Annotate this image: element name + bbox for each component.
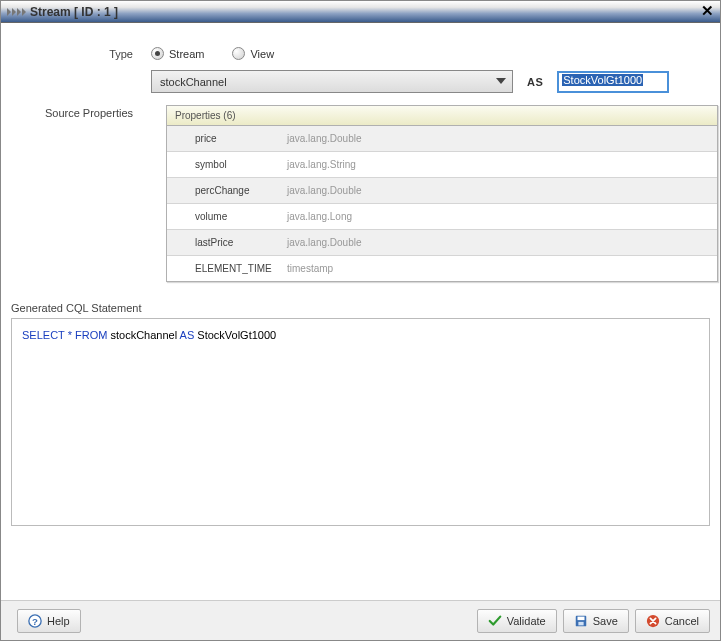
source-dropdown[interactable]: stockChannel — [151, 70, 513, 93]
radio-stream[interactable]: Stream — [151, 47, 204, 60]
source-dropdown-value: stockChannel — [160, 76, 227, 88]
radio-stream-input[interactable] — [151, 47, 164, 60]
titlebar: Stream [ ID : 1 ] ✕ — [1, 1, 720, 23]
properties-section: Source Properties Properties (6) priceja… — [11, 103, 710, 282]
property-name: lastPrice — [195, 237, 287, 248]
cql-alias: StockVolGt1000 — [197, 329, 276, 341]
property-type: java.lang.Long — [287, 211, 352, 222]
cql-as: AS — [180, 329, 195, 341]
radio-view-label: View — [250, 48, 274, 60]
svg-rect-4 — [578, 621, 583, 625]
cancel-button-label: Cancel — [665, 615, 699, 627]
property-type: timestamp — [287, 263, 333, 274]
save-button-label: Save — [593, 615, 618, 627]
as-input-value: StockVolGt1000 — [562, 74, 643, 86]
titlebar-title: Stream [ ID : 1 ] — [30, 5, 118, 19]
as-input[interactable]: StockVolGt1000 — [557, 71, 669, 93]
source-properties-label: Source Properties — [11, 103, 151, 119]
validate-button-label: Validate — [507, 615, 546, 627]
property-row[interactable]: pricejava.lang.Double — [167, 126, 717, 152]
radio-view[interactable]: View — [232, 47, 274, 60]
titlebar-icon — [7, 8, 26, 16]
generated-label: Generated CQL Statement — [11, 302, 710, 314]
property-row[interactable]: ELEMENT_TIMEtimestamp — [167, 256, 717, 281]
help-icon: ? — [28, 614, 42, 628]
property-row[interactable]: lastPricejava.lang.Double — [167, 230, 717, 256]
properties-header: Properties (6) — [167, 106, 717, 126]
footer: ? Help Validate Save Cancel — [1, 600, 720, 640]
property-name: symbol — [195, 159, 287, 170]
property-type: java.lang.Double — [287, 133, 362, 144]
chevron-down-icon — [496, 78, 506, 84]
as-label: AS — [527, 76, 543, 88]
property-row[interactable]: symboljava.lang.String — [167, 152, 717, 178]
radio-view-input[interactable] — [232, 47, 245, 60]
generated-cql-box[interactable]: SELECT * FROM stockChannel AS StockVolGt… — [11, 318, 710, 526]
cql-from: * FROM — [68, 329, 108, 341]
type-row: Type Stream View — [11, 47, 710, 60]
help-button-label: Help — [47, 615, 70, 627]
property-type: java.lang.String — [287, 159, 356, 170]
property-name: ELEMENT_TIME — [195, 263, 287, 274]
cql-select: SELECT — [22, 329, 65, 341]
property-type: java.lang.Double — [287, 185, 362, 196]
radio-group: Stream View — [151, 47, 274, 60]
property-row[interactable]: percChangejava.lang.Double — [167, 178, 717, 204]
property-type: java.lang.Double — [287, 237, 362, 248]
source-row: stockChannel AS StockVolGt1000 — [11, 70, 710, 93]
radio-stream-label: Stream — [169, 48, 204, 60]
properties-table: Properties (6) pricejava.lang.Doublesymb… — [166, 105, 718, 282]
check-icon — [488, 614, 502, 628]
close-icon[interactable]: ✕ — [701, 3, 714, 18]
cancel-icon — [646, 614, 660, 628]
dialog-body: Type Stream View stockChannel AS — [1, 23, 720, 600]
cql-source: stockChannel — [110, 329, 177, 341]
svg-text:?: ? — [32, 615, 38, 626]
svg-rect-3 — [577, 616, 584, 620]
property-name: volume — [195, 211, 287, 222]
save-icon — [574, 614, 588, 628]
help-button[interactable]: ? Help — [17, 609, 81, 633]
cancel-button[interactable]: Cancel — [635, 609, 710, 633]
validate-button[interactable]: Validate — [477, 609, 557, 633]
save-button[interactable]: Save — [563, 609, 629, 633]
generated-section: Generated CQL Statement SELECT * FROM st… — [11, 302, 710, 526]
property-name: percChange — [195, 185, 287, 196]
type-label: Type — [11, 48, 151, 60]
dialog: Stream [ ID : 1 ] ✕ Type Stream View sto… — [0, 0, 721, 641]
property-row[interactable]: volumejava.lang.Long — [167, 204, 717, 230]
property-name: price — [195, 133, 287, 144]
